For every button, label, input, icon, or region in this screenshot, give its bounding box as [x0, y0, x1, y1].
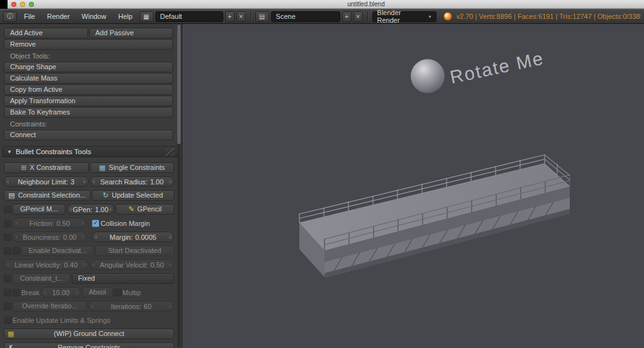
break-threshold-field[interactable]: 10.00 — [41, 287, 81, 298]
gpencil-mode-checkbox[interactable] — [4, 206, 11, 213]
constraint-type-select[interactable]: Fixed — [72, 273, 174, 284]
add-scene-button[interactable]: + — [342, 11, 352, 22]
menu-help[interactable]: Help — [113, 11, 138, 22]
engine-value: Blender Render — [377, 9, 425, 24]
field-label: Bounciness: — [23, 233, 60, 241]
close-icon: × — [239, 13, 243, 20]
ground-connect-button[interactable]: ▦ (WIP) Ground Connect — [4, 328, 174, 339]
separator — [250, 11, 251, 21]
collision-margin-label: Collision Margin — [101, 220, 150, 227]
break-checkbox-1[interactable] — [4, 289, 11, 296]
blender-window: untitled.blend ⓘ File Render Window Help… — [0, 0, 644, 348]
multiply-checkbox[interactable] — [114, 289, 121, 296]
break-checkbox-2[interactable] — [13, 289, 20, 296]
search-radius-field[interactable]: Search Radius: 1.00 — [90, 176, 175, 187]
scrollbar-thumb[interactable] — [177, 25, 180, 144]
plus-icon: + — [345, 13, 348, 20]
linear-velocity-field[interactable]: Linear Velocity: 0.40 — [4, 259, 89, 270]
constraint-type-checkbox[interactable] — [4, 275, 11, 283]
layout-browse-icon: ▦ — [143, 13, 149, 20]
separator — [367, 11, 368, 21]
absolute-button[interactable]: Absol — [82, 287, 113, 298]
panel-drag-grip[interactable] — [165, 148, 175, 156]
constraint-type-button[interactable]: Constraint_t... — [13, 273, 70, 284]
panel-title: Bullet Constraints Tools — [16, 148, 91, 155]
check-icon: ✓ — [93, 220, 98, 226]
scene-browse-button[interactable]: ▤ — [255, 11, 269, 22]
bake-to-keyframes-button[interactable]: Bake To Keyframes — [4, 107, 173, 118]
single-constraints-button[interactable]: ▦ Single Constraints — [90, 162, 175, 173]
window-title: untitled.blend — [0, 0, 644, 8]
override-iterations-checkbox[interactable] — [4, 303, 11, 310]
viewport-3d[interactable]: Rotate Me — [182, 24, 644, 348]
menu-file[interactable]: File — [19, 11, 40, 22]
calculate-mass-button[interactable]: Calculate Mass — [4, 73, 173, 84]
iterations-field[interactable]: Iterations: 60 — [88, 301, 174, 312]
field-label: Margin: — [109, 233, 133, 241]
scene-field[interactable]: Scene — [271, 11, 340, 22]
field-value: 1.00 — [95, 206, 108, 213]
editor-type-button[interactable]: ⓘ — [3, 11, 17, 22]
change-shape-button[interactable]: Change Shape — [4, 62, 173, 72]
ground-grid-icon: ▦ — [8, 330, 14, 337]
bridge-object[interactable] — [299, 154, 570, 278]
margin-field[interactable]: Margin: 0.0005 — [92, 232, 174, 242]
sphere-object[interactable] — [411, 59, 445, 93]
x-constraints-button[interactable]: ⊞ X Constraints — [4, 162, 89, 173]
connect-button[interactable]: Connect — [4, 130, 173, 140]
render-engine-select[interactable]: Blender Render ▾ — [372, 11, 436, 22]
enable-deactivated-button[interactable]: Enable Deactivat... — [21, 245, 94, 256]
rotate-me-text[interactable]: Rotate Me — [448, 48, 546, 87]
enable-update-checkbox[interactable] — [4, 317, 11, 324]
apply-transformation-button[interactable]: Apply Transformation — [4, 96, 173, 106]
neighbour-limit-field[interactable]: Neighbour Limit: 3 — [4, 176, 89, 187]
field-label: Angular Velocit: — [100, 261, 148, 269]
field-value: 0.50 — [150, 261, 164, 269]
bounciness-field[interactable]: Bounciness: 0.00 — [13, 232, 87, 242]
break-label: Break — [21, 289, 40, 296]
override-iterations-button[interactable]: Override Iteratio... — [13, 301, 87, 312]
add-passive-button[interactable]: Add Passive — [89, 28, 174, 38]
bullet-constraints-panel-header[interactable]: ▼ Bullet Constraints Tools — [3, 146, 179, 157]
menu-render[interactable]: Render — [42, 11, 75, 22]
layout-field[interactable]: Default — [155, 11, 223, 22]
angular-velocity-field[interactable]: Angular Velocit: 0.50 — [90, 259, 175, 270]
scene-stats: v2.70 | Verts:8896 | Faces:6191 | Tris:1… — [457, 13, 641, 20]
delete-scene-button[interactable]: × — [353, 11, 363, 22]
friction-checkbox[interactable] — [4, 220, 11, 227]
field-label: Search Radius: — [100, 178, 147, 186]
copy-from-active-button[interactable]: Copy from Active — [4, 84, 173, 95]
pencil-icon: ✎ — [128, 206, 134, 213]
toolshelf-scrollbar[interactable] — [177, 25, 180, 347]
remove-x-icon: ✗ — [8, 344, 13, 348]
collapse-panel-icon: ▼ — [7, 149, 12, 155]
add-layout-button[interactable]: + — [225, 11, 235, 22]
start-deactivated-button[interactable]: Start Deactivated — [95, 245, 174, 256]
layout-browse-button[interactable]: ▦ — [140, 11, 153, 22]
scene-browse-icon: ▤ — [259, 13, 265, 20]
friction-field[interactable]: Friction: 0.50 — [13, 218, 87, 228]
constraint-selection-button[interactable]: ▤ Constraint Selection... — [4, 190, 91, 201]
button-label: Update Selected — [112, 191, 163, 200]
gpen-field[interactable]: GPen: 1.00 — [67, 204, 114, 215]
delete-layout-button[interactable]: × — [236, 11, 246, 22]
deactivated-extra-checkbox[interactable] — [13, 247, 20, 255]
field-value: 0.50 — [57, 220, 70, 227]
constraints-label: Constraints: — [4, 120, 175, 128]
remove-button[interactable]: Remove — [4, 39, 173, 50]
add-active-button[interactable]: Add Active — [4, 28, 88, 38]
constraints-icon: ⊞ — [21, 164, 26, 171]
remove-constraints-button[interactable]: ✗ Remove Constraints — [4, 342, 174, 348]
info-icon: ⓘ — [7, 12, 13, 21]
button-label: (WIP) Ground Connect — [54, 329, 125, 339]
menu-window[interactable]: Window — [77, 11, 111, 22]
collision-margin-checkbox[interactable]: ✓ — [92, 220, 99, 227]
button-label: Constraint Selection... — [18, 191, 86, 200]
field-label: Iterations: — [111, 303, 141, 310]
enable-deactivated-checkbox[interactable] — [4, 247, 11, 255]
gpencil-mode-button[interactable]: GPencil M... — [13, 204, 65, 215]
gpencil-button[interactable]: ✎ GPencil — [116, 204, 174, 215]
window-titlebar: untitled.blend — [0, 0, 644, 9]
update-selected-button[interactable]: ↻ Update Selected — [92, 190, 174, 201]
bounciness-checkbox[interactable] — [4, 233, 11, 241]
